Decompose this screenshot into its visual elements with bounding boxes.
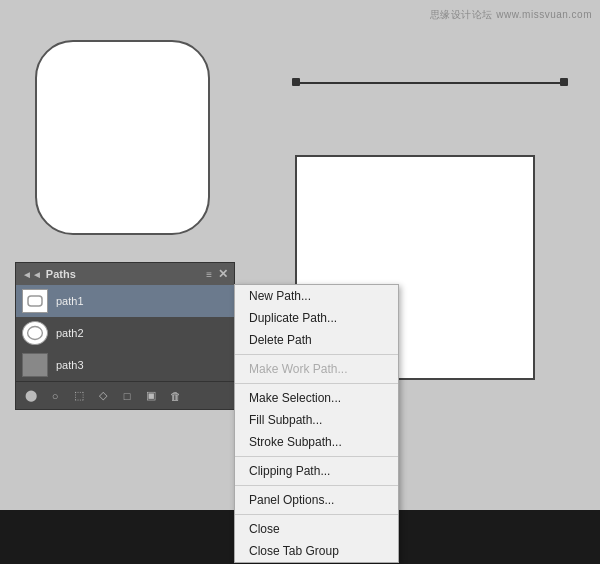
menu-item-make-work-path: Make Work Path... — [235, 358, 398, 380]
work-path-icon[interactable]: ◇ — [94, 387, 112, 405]
menu-item-close-tab-group[interactable]: Close Tab Group — [235, 540, 398, 562]
panel-collapse-arrows[interactable]: ◄◄ — [22, 269, 42, 280]
separator-5 — [235, 514, 398, 515]
menu-item-close[interactable]: Close — [235, 518, 398, 540]
path1-thumbnail — [22, 289, 48, 313]
menu-item-delete-path[interactable]: Delete Path — [235, 329, 398, 351]
paths-panel: ◄◄ Paths ≡ ✕ path1 path2 path3 ⬤ ○ ⬚ — [15, 262, 235, 410]
menu-item-duplicate-path[interactable]: Duplicate Path... — [235, 307, 398, 329]
horizontal-line — [295, 82, 560, 84]
menu-item-clipping-path[interactable]: Clipping Path... — [235, 460, 398, 482]
menu-item-stroke-subpath[interactable]: Stroke Subpath... — [235, 431, 398, 453]
path3-thumbnail — [22, 353, 48, 377]
mask-icon[interactable]: ▣ — [142, 387, 160, 405]
separator-1 — [235, 354, 398, 355]
path2-thumbnail — [22, 321, 48, 345]
svg-rect-0 — [28, 296, 42, 306]
panel-close-icon[interactable]: ✕ — [218, 267, 228, 281]
stroke-path-icon[interactable]: ○ — [46, 387, 64, 405]
separator-4 — [235, 485, 398, 486]
panel-header-left: ◄◄ Paths — [22, 268, 76, 280]
fill-path-icon[interactable]: ⬤ — [22, 387, 40, 405]
menu-item-make-selection[interactable]: Make Selection... — [235, 387, 398, 409]
path-row-2[interactable]: path2 — [16, 317, 234, 349]
path-row-1[interactable]: path1 — [16, 285, 234, 317]
panel-title: Paths — [46, 268, 76, 280]
panel-icon-bar: ⬤ ○ ⬚ ◇ □ ▣ 🗑 — [16, 381, 234, 409]
separator-2 — [235, 383, 398, 384]
line-endpoint-right — [560, 78, 568, 86]
menu-item-panel-options[interactable]: Panel Options... — [235, 489, 398, 511]
panel-menu-icon[interactable]: ≡ — [206, 269, 212, 280]
selection-icon[interactable]: ⬚ — [70, 387, 88, 405]
rounded-rect-shape — [35, 40, 210, 235]
context-menu: New Path... Duplicate Path... Delete Pat… — [234, 284, 399, 563]
panel-header: ◄◄ Paths ≡ ✕ — [16, 263, 234, 285]
menu-item-new-path[interactable]: New Path... — [235, 285, 398, 307]
path2-label: path2 — [56, 327, 84, 339]
svg-point-1 — [28, 327, 43, 340]
watermark: 思缘设计论坛 www.missvuan.com — [430, 8, 592, 22]
path3-label: path3 — [56, 359, 84, 371]
path-row-3[interactable]: path3 — [16, 349, 234, 381]
new-path-icon[interactable]: □ — [118, 387, 136, 405]
delete-path-icon[interactable]: 🗑 — [166, 387, 184, 405]
menu-item-fill-subpath[interactable]: Fill Subpath... — [235, 409, 398, 431]
separator-3 — [235, 456, 398, 457]
path1-label: path1 — [56, 295, 84, 307]
